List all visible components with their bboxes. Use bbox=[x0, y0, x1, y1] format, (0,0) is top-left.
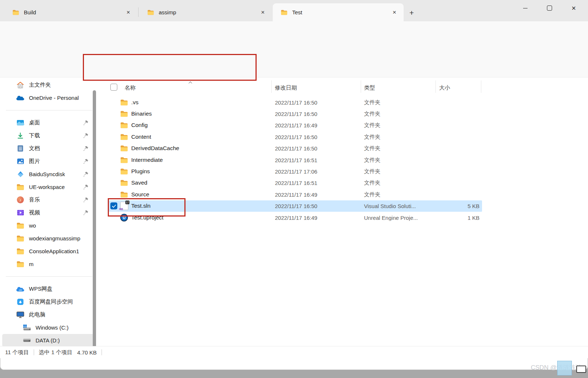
folder-icon bbox=[16, 261, 24, 267]
documents-icon bbox=[17, 145, 23, 152]
file-row[interactable]: Config2022/11/17 16:49文件夹 bbox=[98, 120, 588, 131]
sidebar-item[interactable]: 图片 bbox=[2, 155, 95, 168]
maximize-button[interactable] bbox=[537, 0, 562, 16]
file-name: Test.uproject bbox=[131, 214, 163, 221]
row-checkbox[interactable] bbox=[110, 203, 117, 210]
sidebar-item[interactable]: OneDrive - Personal bbox=[2, 91, 95, 104]
sidebar-item[interactable]: wodexiangmuassimp bbox=[2, 232, 95, 245]
folder-icon bbox=[120, 99, 128, 105]
close-button[interactable]: × bbox=[562, 0, 586, 16]
file-size: 5 KB bbox=[426, 203, 479, 209]
sidebar-item[interactable]: DATA (D:) bbox=[2, 334, 95, 347]
videos-icon bbox=[17, 210, 24, 216]
file-row[interactable]: Intermediate2022/11/17 16:51文件夹 bbox=[98, 154, 588, 166]
column-separator[interactable] bbox=[271, 80, 272, 93]
file-date: 2022/11/17 16:51 bbox=[275, 157, 317, 163]
sidebar-item[interactable]: ♪音乐 bbox=[2, 193, 95, 206]
file-type: 文件夹 bbox=[364, 156, 381, 163]
sidebar-item[interactable]: 文档 bbox=[2, 142, 95, 155]
file-row[interactable]: .vs2022/11/17 16:50文件夹 bbox=[98, 97, 588, 108]
file-type: 文件夹 bbox=[364, 110, 381, 117]
sidebar-item[interactable]: ConsoleApplication1 bbox=[2, 245, 95, 258]
pictures-icon bbox=[17, 158, 24, 164]
tab-close-icon[interactable]: × bbox=[260, 9, 266, 15]
sidebar-scrollbar[interactable] bbox=[93, 90, 96, 348]
sidebar-item-label: wodexiangmuassimp bbox=[29, 235, 80, 241]
file-row[interactable]: ∞17Test.sln2022/11/17 16:50Visual Studio… bbox=[98, 200, 588, 212]
sidebar-item-label: WPS网盘 bbox=[29, 286, 52, 292]
file-row[interactable]: DerivedDataCache2022/11/17 16:50文件夹 bbox=[98, 143, 588, 154]
file-row[interactable]: Plugins2022/11/17 17:06文件夹 bbox=[98, 166, 588, 177]
drive-icon bbox=[23, 338, 31, 342]
pin-icon bbox=[83, 197, 89, 203]
file-date: 2022/11/17 16:49 bbox=[275, 191, 317, 197]
file-row[interactable]: UTest.uproject2022/11/17 16:49Unreal Eng… bbox=[98, 212, 588, 223]
tab-label: Test bbox=[292, 9, 391, 15]
sidebar-item[interactable]: 百度网盘同步空间 bbox=[2, 295, 95, 308]
main-area: 主文件夹OneDrive - Personal桌面下载文档图片BaiduSync… bbox=[0, 77, 588, 358]
file-name: Binaries bbox=[131, 110, 152, 117]
sidebar-item[interactable]: 下载 bbox=[2, 129, 95, 142]
sidebar-item[interactable]: Windows (C:) bbox=[2, 321, 95, 334]
select-all-checkbox[interactable] bbox=[110, 84, 117, 91]
sidebar-item[interactable]: wo bbox=[2, 219, 95, 232]
item-count: 11 个项目 bbox=[5, 349, 29, 356]
tab-test[interactable]: Test× bbox=[273, 3, 404, 21]
file-row[interactable]: Source2022/11/17 16:49文件夹 bbox=[98, 189, 588, 200]
file-type: 文件夹 bbox=[364, 133, 381, 140]
tab-divider bbox=[138, 7, 139, 17]
file-type: 文件夹 bbox=[364, 168, 381, 175]
folder-icon bbox=[16, 235, 24, 241]
tab-bar: Build×assimp×Test× + × bbox=[0, 0, 588, 21]
tab-build[interactable]: Build× bbox=[4, 3, 137, 21]
file-name: Plugins bbox=[131, 168, 150, 175]
file-row[interactable]: Saved2022/11/17 16:51文件夹 bbox=[98, 177, 588, 189]
folder-icon bbox=[147, 10, 154, 15]
selection-count: 选中 1 个项目 bbox=[39, 349, 73, 356]
pin-icon bbox=[83, 171, 89, 177]
file-name: DerivedDataCache bbox=[131, 145, 179, 152]
sidebar-item[interactable]: 主文件夹 bbox=[2, 79, 95, 91]
folder-icon bbox=[16, 184, 24, 190]
sidebar-item-label: 视频 bbox=[29, 209, 40, 216]
column-header-date[interactable]: 修改日期 bbox=[275, 84, 297, 91]
sidebar-item-label: 此电脑 bbox=[29, 311, 45, 318]
minimize-button[interactable] bbox=[513, 0, 537, 16]
column-headers: 名称 修改日期 类型 大小 bbox=[98, 77, 588, 97]
sidebar-item-label: 文档 bbox=[29, 145, 40, 152]
sidebar-item[interactable]: UE-workspace bbox=[2, 181, 95, 193]
column-header-type[interactable]: 类型 bbox=[364, 84, 375, 91]
sidebar-item[interactable]: BaiduSyncdisk bbox=[2, 168, 95, 181]
folder-icon bbox=[16, 248, 24, 254]
pin-icon bbox=[83, 133, 89, 138]
sidebar-item-label: Windows (C:) bbox=[36, 324, 69, 331]
tab-label: Build bbox=[24, 9, 125, 15]
unreal-icon: U bbox=[120, 214, 128, 221]
column-separator[interactable] bbox=[481, 80, 481, 93]
sidebar-item[interactable]: 此电脑 bbox=[2, 308, 95, 321]
tab-close-icon[interactable]: × bbox=[125, 9, 132, 15]
file-row[interactable]: Content2022/11/17 16:50文件夹 bbox=[98, 131, 588, 142]
file-row[interactable]: Binaries2022/11/17 16:50文件夹 bbox=[98, 108, 588, 119]
pin-icon bbox=[83, 146, 89, 151]
column-header-name[interactable]: 名称 bbox=[125, 84, 136, 91]
file-type: 文件夹 bbox=[364, 179, 381, 186]
file-date: 2022/11/17 16:50 bbox=[275, 134, 317, 140]
file-name: .vs bbox=[131, 99, 139, 106]
column-separator[interactable] bbox=[436, 80, 436, 93]
sidebar-item-label: 下载 bbox=[29, 132, 40, 139]
address-row: ← → ↑ 此电脑DATA (D:)projectTest ↻ bbox=[0, 51, 588, 77]
new-tab-button[interactable]: + bbox=[406, 8, 417, 18]
window-controls: × bbox=[513, 0, 586, 16]
sidebar-item[interactable]: 桌面 bbox=[2, 116, 95, 129]
tab-close-icon[interactable]: × bbox=[391, 9, 398, 15]
column-header-size[interactable]: 大小 bbox=[439, 84, 450, 91]
file-name: Source bbox=[131, 191, 149, 198]
column-separator[interactable] bbox=[361, 80, 361, 93]
sidebar-item[interactable]: m bbox=[2, 258, 95, 270]
sidebar-item[interactable]: 视频 bbox=[2, 206, 95, 219]
sidebar-item[interactable]: WPS网盘 bbox=[2, 283, 95, 295]
baidu-square-icon bbox=[17, 298, 24, 305]
sidebar-item-label: OneDrive - Personal bbox=[29, 95, 79, 101]
tab-assimp[interactable]: assimp× bbox=[139, 3, 272, 21]
